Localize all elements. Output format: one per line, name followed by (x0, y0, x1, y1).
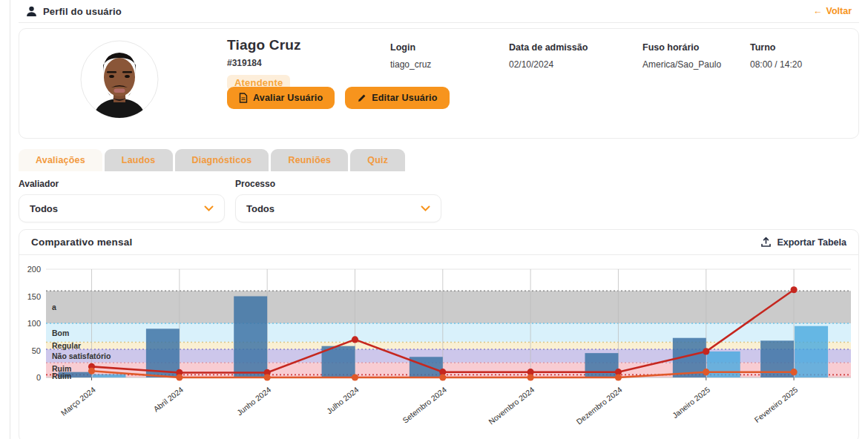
pencil-icon (357, 93, 366, 103)
y-tick-label: 50 (32, 346, 41, 355)
tab-quiz[interactable]: Quiz (350, 149, 405, 171)
band-label: Regular (52, 341, 81, 350)
avatar (80, 40, 159, 119)
evaluate-user-button[interactable]: Avaliar Usuário (227, 87, 335, 109)
y-tick-label: 150 (27, 292, 41, 301)
comparativo-card: Comparativo mensal Exportar Tabela 05010… (19, 229, 859, 439)
user-id: #319184 (227, 58, 301, 68)
x-category-label: Novembro 2024 (487, 385, 536, 426)
export-table-label: Exportar Tabela (777, 237, 846, 248)
export-table-button[interactable]: Exportar Tabela (760, 237, 846, 248)
barras-azul-escuro-bar (234, 297, 267, 378)
field-login-label: Login (390, 42, 431, 53)
tab-reunioes[interactable]: Reuniões (271, 149, 348, 171)
left-divider (10, 0, 10, 439)
x-category-label: Dezembro 2024 (574, 385, 623, 426)
profile-card: Tiago Cruz #319184 Atendente Avaliar Usu… (19, 28, 859, 139)
field-shift-value: 08:00 / 14:20 (750, 59, 802, 70)
back-label: Voltar (826, 6, 852, 16)
field-shift-label: Turno (750, 42, 802, 53)
edit-user-label: Editar Usuário (372, 93, 437, 103)
linha-laranja-point (615, 374, 622, 380)
comparativo-chart: 050100150200aBomRegularNão satisfatórioR… (20, 258, 859, 439)
x-category-label: Janeiro 2025 (671, 385, 711, 420)
linha-laranja-point (527, 374, 534, 380)
tab-avaliacoes[interactable]: Avaliações (19, 149, 102, 171)
x-category-label: Março 2024 (59, 385, 97, 417)
filter-processo: Processo Todos (235, 179, 441, 222)
name-block: Tiago Cruz #319184 Atendente (227, 37, 301, 90)
linha-laranja-point (264, 374, 271, 380)
avaliador-select[interactable]: Todos (19, 194, 225, 222)
field-timezone: Fuso horário America/Sao_Paulo (642, 42, 721, 70)
document-icon (239, 93, 248, 103)
band-label: a (52, 303, 56, 311)
filter-avaliador: Avaliador Todos (19, 179, 225, 222)
barras-azul-escuro-bar (410, 357, 443, 377)
field-login-value: tiago_cruz (390, 59, 431, 70)
field-admission-value: 02/10/2024 (509, 59, 588, 70)
field-timezone-label: Fuso horário (642, 42, 721, 53)
band (46, 291, 851, 323)
field-admission-label: Data de admissão (509, 42, 588, 53)
edit-user-button[interactable]: Editar Usuário (345, 87, 449, 109)
processo-select-value: Todos (246, 203, 274, 214)
page-header: Perfil do usuário ← Voltar (19, 0, 859, 23)
profile-actions: Avaliar Usuário Editar Usuário (227, 87, 450, 109)
linha-laranja-point (176, 374, 183, 380)
filters-row: Avaliador Todos Processo Todos (19, 179, 859, 222)
field-login: Login tiago_cruz (390, 42, 431, 70)
field-timezone-value: America/Sao_Paulo (642, 59, 721, 70)
field-shift: Turno 08:00 / 14:20 (750, 42, 802, 70)
filter-avaliador-label: Avaliador (19, 179, 225, 189)
chevron-down-icon (204, 205, 214, 211)
back-button[interactable]: ← Voltar (813, 6, 852, 16)
linha-laranja-point (352, 374, 358, 380)
user-icon (26, 6, 37, 17)
y-tick-label: 200 (27, 265, 41, 274)
x-category-label: Junho 2024 (235, 385, 273, 417)
export-icon (760, 237, 772, 248)
band-label: Ruim (52, 372, 71, 380)
linha-vermelha-point (703, 348, 709, 354)
x-category-label: Fevereiro 2025 (752, 385, 799, 424)
x-category-label: Setembro 2024 (401, 385, 448, 425)
filter-processo-label: Processo (235, 179, 441, 189)
plot-wrapper: 050100150200aBomRegularNão satisfatórioR… (19, 255, 858, 439)
linha-laranja-point (790, 369, 797, 375)
field-admission-date: Data de admissão 02/10/2024 (509, 42, 588, 70)
chart-title: Comparativo mensal (31, 237, 132, 248)
chart-card-header: Comparativo mensal Exportar Tabela (19, 230, 858, 255)
avaliador-select-value: Todos (30, 203, 58, 214)
evaluate-user-label: Avaliar Usuário (253, 93, 323, 103)
band-label: Bom (52, 329, 69, 337)
linha-laranja-point (439, 374, 446, 380)
band-label: Não satisfatório (52, 351, 111, 360)
x-category-label: Abril 2024 (151, 385, 185, 414)
linha-laranja-point (703, 369, 709, 375)
barras-azul-claro-bar (93, 374, 126, 377)
linha-vermelha-point (352, 336, 358, 343)
main-content: Perfil do usuário ← Voltar (19, 0, 859, 439)
processo-select[interactable]: Todos (235, 194, 441, 222)
tab-bar: Avaliações Laudos Diagnósticos Reuniões … (19, 149, 859, 171)
chevron-down-icon (421, 205, 430, 211)
back-arrow-icon: ← (813, 6, 823, 16)
linha-vermelha-point (790, 286, 797, 293)
user-name: Tiago Cruz (227, 37, 301, 53)
barras-azul-claro-bar (795, 326, 828, 377)
tab-laudos[interactable]: Laudos (105, 149, 173, 171)
x-category-label: Julho 2024 (325, 385, 361, 415)
linha-laranja-point (88, 368, 95, 374)
tab-diagnosticos[interactable]: Diagnósticos (175, 149, 269, 171)
y-tick-label: 100 (27, 319, 41, 328)
barras-azul-escuro-bar (585, 353, 618, 377)
page-title: Perfil do usuário (43, 6, 122, 17)
y-tick-label: 0 (36, 373, 41, 382)
barras-azul-claro-bar (707, 351, 740, 377)
